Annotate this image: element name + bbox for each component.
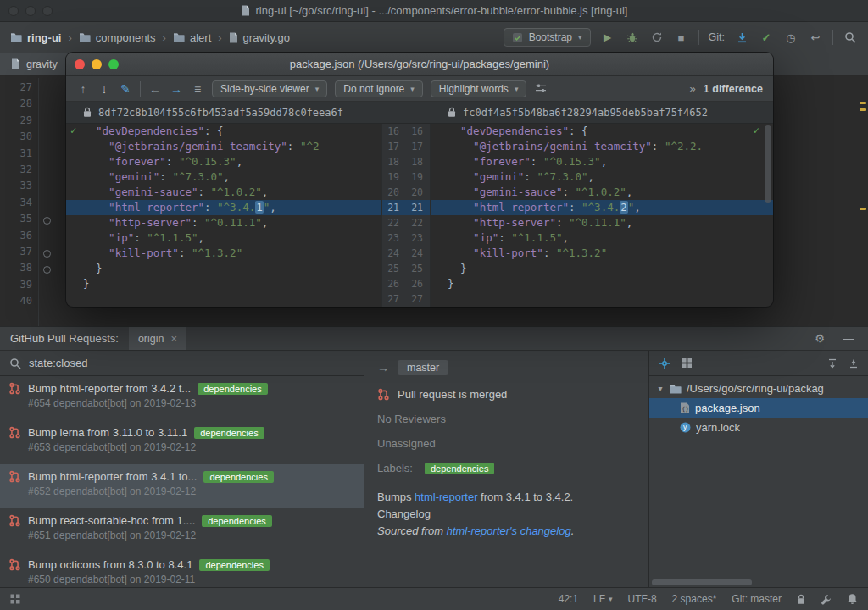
viewer-type-select[interactable]: Side-by-side viewer▾ bbox=[212, 80, 327, 97]
history-clock-icon[interactable]: ◷ bbox=[783, 30, 798, 45]
previous-difference-icon[interactable]: ↑ bbox=[76, 83, 90, 95]
warning-stripe-mark[interactable] bbox=[860, 208, 866, 210]
diff-code-line[interactable] bbox=[66, 291, 381, 307]
diff-code-line[interactable]: "html-reporter": "^3.4.2", bbox=[431, 200, 773, 215]
edit-source-icon[interactable]: ✎ bbox=[119, 83, 132, 95]
diff-code-line[interactable]: "@jetbrains/gemini-teamcity": "^2.2. bbox=[431, 139, 773, 154]
diff-code-line[interactable]: "html-reporter": "^3.4.1", bbox=[66, 200, 381, 215]
diff-code-line[interactable] bbox=[431, 291, 773, 307]
stop-button[interactable]: ■ bbox=[674, 30, 689, 45]
git-commit-icon[interactable]: ✓ bbox=[759, 30, 774, 45]
diff-code-line[interactable]: "gemini-sauce": "^1.0.2", bbox=[66, 185, 381, 200]
diff-code-line[interactable]: } bbox=[66, 261, 381, 276]
hide-panel-icon[interactable]: — bbox=[841, 331, 856, 347]
zoom-window-icon[interactable] bbox=[42, 6, 53, 16]
caret-position[interactable]: 42:1 bbox=[559, 593, 578, 605]
close-icon[interactable]: × bbox=[170, 332, 177, 345]
diff-code-line[interactable]: "kill-port": "^1.3.2" bbox=[431, 246, 773, 261]
wrench-icon[interactable] bbox=[821, 594, 832, 605]
tree-root[interactable]: ▾/Users/go/src/ring-ui/packag bbox=[649, 379, 868, 398]
close-window-icon[interactable] bbox=[8, 6, 19, 16]
dialog-titlebar[interactable]: package.json (/Users/go/src/ring-ui/pack… bbox=[66, 53, 773, 76]
run-button[interactable]: ▶ bbox=[600, 30, 615, 45]
gutter-marker-icon[interactable] bbox=[43, 250, 51, 258]
minimize-dialog-icon[interactable] bbox=[92, 59, 102, 69]
diff-code-line[interactable]: "gemini-sauce": "^1.0.2", bbox=[431, 185, 773, 200]
git-branch[interactable]: Git: master bbox=[732, 593, 782, 605]
changes-list-icon[interactable]: ≡ bbox=[191, 83, 204, 95]
diff-code-line[interactable]: "kill-port": "^1.3.2" bbox=[66, 246, 381, 261]
pr-list-item[interactable]: Bump html-reporter from 3.4.2 t...depend… bbox=[0, 376, 364, 420]
file-encoding[interactable]: UTF-8 bbox=[628, 593, 657, 605]
diff-right-pane[interactable]: "devDependencies": { "@jetbrains/gemini-… bbox=[431, 124, 773, 307]
diff-code-line[interactable]: "http-server": "^0.11.1", bbox=[431, 215, 773, 230]
chevron-down-icon[interactable]: ▾ bbox=[656, 384, 665, 393]
locate-file-icon[interactable] bbox=[659, 358, 670, 369]
diff-code-line[interactable]: "ip": "^1.1.5", bbox=[431, 230, 773, 246]
diff-code-line[interactable]: "devDependencies": { bbox=[66, 124, 381, 139]
tree-file-package.json[interactable]: {}package.json bbox=[649, 398, 868, 418]
diff-code-line[interactable]: "@jetbrains/gemini-teamcity": "^2 bbox=[66, 139, 381, 154]
minimize-window-icon[interactable] bbox=[25, 6, 36, 16]
group-by-grid-icon[interactable] bbox=[682, 358, 693, 369]
diff-code-line[interactable]: "gemini": "^7.3.0", bbox=[431, 169, 773, 185]
diff-left-pane[interactable]: "devDependencies": { "@jetbrains/gemini-… bbox=[66, 124, 381, 307]
breadcrumb-item-components[interactable]: components bbox=[79, 31, 156, 44]
diff-code-line[interactable]: } bbox=[431, 261, 773, 276]
html-reporter-link[interactable]: html-reporter bbox=[415, 491, 477, 503]
whitespace-policy-select[interactable]: Do not ignore▾ bbox=[335, 80, 423, 97]
diff-code-line[interactable]: "forever": "^0.15.3", bbox=[431, 154, 773, 169]
line-separator-select[interactable]: LF▾ bbox=[593, 593, 613, 605]
rollback-icon[interactable]: ↩ bbox=[808, 30, 823, 45]
search-everywhere-icon[interactable] bbox=[843, 30, 858, 45]
toolbar-overflow-icon[interactable]: » bbox=[690, 82, 696, 95]
editor-tab-gravity[interactable]: gravity bbox=[0, 53, 70, 75]
tool-window-switcher-icon[interactable] bbox=[10, 594, 20, 604]
close-dialog-icon[interactable] bbox=[75, 59, 85, 69]
scrollbar-thumb[interactable] bbox=[652, 580, 752, 585]
breadcrumb-item-alert[interactable]: alert bbox=[173, 31, 211, 44]
tab-origin[interactable]: origin × bbox=[129, 327, 186, 350]
refresh-icon[interactable] bbox=[649, 30, 665, 45]
next-change-icon[interactable]: → bbox=[170, 83, 183, 95]
diff-code-line[interactable]: } bbox=[66, 276, 381, 291]
changelog-link[interactable]: html-reporter's changelog bbox=[447, 524, 571, 537]
gutter-marker-icon[interactable] bbox=[43, 266, 51, 274]
pr-list-item[interactable]: Bump octicons from 8.3.0 to 8.4.1depende… bbox=[0, 552, 364, 588]
zoom-dialog-icon[interactable] bbox=[108, 59, 119, 69]
diff-code-line[interactable]: "gemini": "^7.3.0", bbox=[66, 169, 381, 185]
branch-chip[interactable]: master bbox=[398, 360, 448, 375]
diff-code-line[interactable]: } bbox=[431, 276, 773, 291]
next-difference-icon[interactable]: ↓ bbox=[97, 83, 111, 95]
warning-stripe-mark[interactable] bbox=[860, 108, 866, 111]
indent-style[interactable]: 2 spaces* bbox=[672, 593, 717, 605]
pr-list-item[interactable]: Bump lerna from 3.11.0 to 3.11.1dependen… bbox=[0, 420, 364, 464]
diff-settings-sliders-icon[interactable] bbox=[534, 83, 548, 95]
notifications-bell-icon[interactable] bbox=[847, 593, 858, 605]
scrollbar-thumb[interactable] bbox=[765, 125, 771, 203]
git-update-icon[interactable] bbox=[734, 30, 749, 45]
horizontal-scrollbar[interactable] bbox=[652, 580, 860, 585]
gutter-marker-icon[interactable] bbox=[43, 217, 51, 225]
lock-icon[interactable] bbox=[797, 594, 805, 605]
tree-file-yarn.lock[interactable]: yyarn.lock bbox=[649, 418, 868, 437]
gear-icon[interactable]: ⚙ bbox=[812, 331, 827, 347]
diff-code-line[interactable]: "ip": "^1.1.5", bbox=[66, 230, 381, 246]
diff-editor[interactable]: ✓ "devDependencies": { "@jetbrains/gemin… bbox=[66, 124, 773, 307]
highlight-policy-select[interactable]: Highlight words▾ bbox=[431, 80, 527, 97]
diff-code-line[interactable]: "http-server": "^0.11.1", bbox=[66, 215, 381, 230]
pr-list-item[interactable]: Bump html-reporter from 3.4.1 to...depen… bbox=[0, 464, 364, 508]
run-config-select[interactable]: Bootstrap ▾ bbox=[504, 28, 591, 47]
previous-change-icon[interactable]: ← bbox=[148, 83, 162, 95]
error-stripe[interactable] bbox=[858, 78, 868, 326]
diff-scrollbar[interactable] bbox=[765, 125, 771, 305]
warning-stripe-mark[interactable] bbox=[860, 102, 866, 104]
expand-all-icon[interactable] bbox=[827, 358, 837, 369]
breadcrumb-item-ring-ui[interactable]: ring-ui bbox=[10, 31, 61, 44]
pr-search-field[interactable]: state:closed bbox=[0, 351, 364, 376]
diff-code-line[interactable]: "devDependencies": { bbox=[431, 124, 773, 139]
diff-code-line[interactable]: "forever": "^0.15.3", bbox=[66, 154, 381, 169]
breadcrumb-item-gravity.go[interactable]: gravity.go bbox=[229, 31, 290, 44]
pr-list-item[interactable]: Bump react-sortable-hoc from 1....depend… bbox=[0, 508, 364, 552]
collapse-all-icon[interactable] bbox=[849, 358, 859, 369]
